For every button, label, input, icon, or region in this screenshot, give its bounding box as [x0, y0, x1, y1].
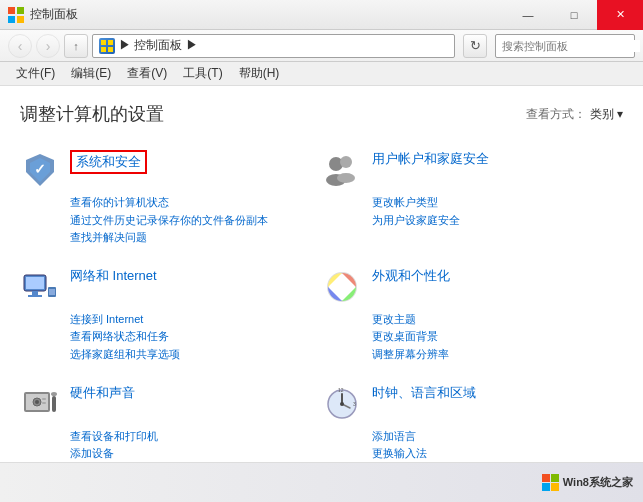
sub-link-theme[interactable]: 更改主题 [372, 311, 608, 329]
svg-text:✓: ✓ [34, 161, 46, 177]
sub-link-troubleshoot[interactable]: 查找并解决问题 [70, 229, 306, 247]
appearance-icon [322, 267, 362, 307]
user-accounts-link[interactable]: 用户帐户和家庭安全 [372, 150, 489, 168]
svg-text:3: 3 [353, 401, 356, 407]
svg-rect-6 [101, 47, 106, 52]
sub-link-network-status[interactable]: 查看网络状态和任务 [70, 328, 306, 346]
user-accounts-icon [322, 150, 362, 190]
forward-button[interactable] [36, 34, 60, 58]
svg-rect-20 [49, 289, 55, 295]
category-appearance: 外观和个性化 更改主题 更改桌面背景 调整屏幕分辨率 [322, 259, 624, 376]
address-bar[interactable]: ▶ 控制面板 ▶ [92, 34, 455, 58]
svg-rect-3 [17, 16, 24, 23]
network-internet-icon [20, 267, 60, 307]
svg-rect-1 [17, 7, 24, 14]
app-icon [8, 7, 24, 23]
svg-rect-29 [52, 396, 56, 412]
menu-edit[interactable]: 编辑(E) [63, 62, 119, 86]
brand-label: Win8系统之家 [563, 475, 633, 490]
title-bar: 控制面板 — □ ✕ [0, 0, 643, 30]
sub-link-add-device[interactable]: 添加设备 [70, 445, 306, 462]
svg-rect-17 [32, 291, 38, 295]
hardware-sound-link[interactable]: 硬件和声音 [70, 384, 135, 402]
appearance-link[interactable]: 外观和个性化 [372, 267, 450, 285]
clock-language-icon: 12 3 [322, 384, 362, 424]
svg-point-14 [337, 173, 355, 183]
sub-link-family-safety[interactable]: 为用户设家庭安全 [372, 212, 608, 230]
svg-point-30 [51, 392, 57, 396]
svg-rect-28 [42, 402, 46, 404]
maximize-button[interactable]: □ [551, 0, 597, 30]
sub-link-homegroup[interactable]: 选择家庭组和共享选项 [70, 346, 306, 364]
sub-link-backup[interactable]: 通过文件历史记录保存你的文件备份副本 [70, 212, 306, 230]
network-internet-sub: 连接到 Internet 查看网络状态和任务 选择家庭组和共享选项 [20, 311, 306, 364]
win8-logo: Win8系统之家 [542, 474, 633, 491]
svg-rect-5 [108, 40, 113, 45]
svg-rect-18 [28, 295, 42, 297]
close-button[interactable]: ✕ [597, 0, 643, 30]
appearance-sub: 更改主题 更改桌面背景 调整屏幕分辨率 [322, 311, 608, 364]
win8-icon [542, 474, 559, 491]
svg-rect-7 [108, 47, 113, 52]
minimize-button[interactable]: — [505, 0, 551, 30]
menu-view[interactable]: 查看(V) [119, 62, 175, 86]
category-system-security: ✓ 系统和安全 查看你的计算机状态 通过文件历史记录保存你的文件备份副本 查找并… [20, 142, 322, 259]
clock-language-sub: 添加语言 更换输入法 更改日期、时间或数字格式 [322, 428, 608, 462]
svg-point-34 [340, 402, 344, 406]
category-hardware-sound: 硬件和声音 查看设备和打印机 添加设备 [20, 376, 322, 462]
menu-bar: 文件(F) 编辑(E) 查看(V) 工具(T) 帮助(H) [0, 62, 643, 86]
sub-link-status[interactable]: 查看你的计算机状态 [70, 194, 306, 212]
svg-point-26 [35, 400, 39, 404]
refresh-button[interactable] [463, 34, 487, 58]
address-icon [99, 38, 115, 54]
view-mode-value[interactable]: 类别 ▾ [590, 106, 623, 123]
window-title: 控制面板 [30, 6, 78, 23]
page-title: 调整计算机的设置 [20, 102, 164, 126]
category-grid: ✓ 系统和安全 查看你的计算机状态 通过文件历史记录保存你的文件备份副本 查找并… [20, 142, 623, 462]
sub-link-input-method[interactable]: 更换输入法 [372, 445, 608, 462]
menu-file[interactable]: 文件(F) [8, 62, 63, 86]
hardware-sound-sub: 查看设备和打印机 添加设备 [20, 428, 306, 462]
category-user-accounts: 用户帐户和家庭安全 更改帐户类型 为用户设家庭安全 [322, 142, 624, 259]
view-mode-label: 查看方式： [526, 106, 586, 123]
category-network-internet: 网络和 Internet 连接到 Internet 查看网络状态和任务 选择家庭… [20, 259, 322, 376]
search-bar[interactable]: 🔍 [495, 34, 635, 58]
window-controls: — □ ✕ [505, 0, 643, 30]
main-content: 调整计算机的设置 查看方式： 类别 ▾ ✓ 系统和安全 查看你的计算机状态 [0, 86, 643, 462]
hardware-sound-icon [20, 384, 60, 424]
back-button[interactable] [8, 34, 32, 58]
svg-rect-2 [8, 16, 15, 23]
address-path: ▶ 控制面板 ▶ [119, 37, 198, 54]
svg-point-22 [337, 282, 347, 292]
search-input[interactable] [502, 40, 640, 52]
footer: Win8系统之家 [0, 462, 643, 502]
system-security-link[interactable]: 系统和安全 [70, 150, 147, 174]
sub-link-account-type[interactable]: 更改帐户类型 [372, 194, 608, 212]
svg-rect-4 [101, 40, 106, 45]
navigation-bar: ▶ 控制面板 ▶ 🔍 [0, 30, 643, 62]
up-button[interactable] [64, 34, 88, 58]
clock-language-link[interactable]: 时钟、语言和区域 [372, 384, 476, 402]
system-security-icon: ✓ [20, 150, 60, 190]
sub-link-wallpaper[interactable]: 更改桌面背景 [372, 328, 608, 346]
svg-rect-0 [8, 7, 15, 14]
view-mode-selector[interactable]: 查看方式： 类别 ▾ [526, 106, 623, 123]
menu-help[interactable]: 帮助(H) [231, 62, 288, 86]
sub-link-devices[interactable]: 查看设备和打印机 [70, 428, 306, 446]
sub-link-resolution[interactable]: 调整屏幕分辨率 [372, 346, 608, 364]
menu-tools[interactable]: 工具(T) [175, 62, 230, 86]
sub-link-add-language[interactable]: 添加语言 [372, 428, 608, 446]
system-security-sub: 查看你的计算机状态 通过文件历史记录保存你的文件备份副本 查找并解决问题 [20, 194, 306, 247]
content-header: 调整计算机的设置 查看方式： 类别 ▾ [20, 102, 623, 126]
svg-text:12: 12 [338, 387, 344, 393]
svg-point-12 [340, 156, 352, 168]
sub-link-connect-internet[interactable]: 连接到 Internet [70, 311, 306, 329]
network-internet-link[interactable]: 网络和 Internet [70, 267, 157, 285]
user-accounts-sub: 更改帐户类型 为用户设家庭安全 [322, 194, 608, 229]
svg-rect-16 [26, 277, 44, 289]
svg-rect-27 [42, 398, 46, 400]
category-clock-language: 12 3 时钟、语言和区域 添加语言 更换输入法 更改日期、时间或数字格式 [322, 376, 624, 462]
